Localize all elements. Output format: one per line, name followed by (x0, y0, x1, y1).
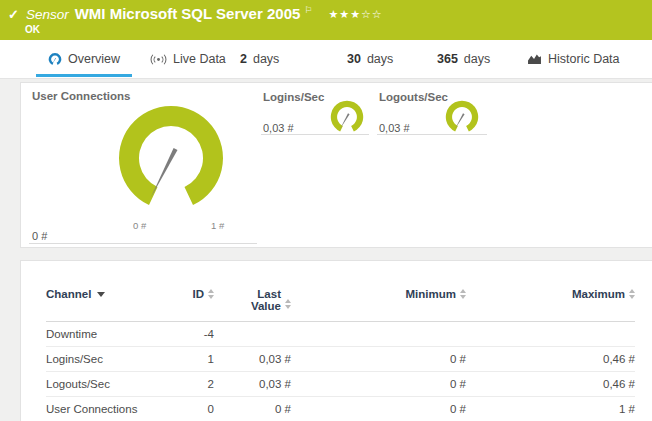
gauges-panel: User Connections 0 # 1 # 0 # Logins/Sec … (20, 82, 652, 248)
priority-stars[interactable]: ★★★☆☆ (328, 8, 382, 21)
tab-overview[interactable]: Overview (36, 40, 132, 78)
gauge-dial (444, 98, 480, 134)
cell-id: -4 (146, 328, 214, 340)
tab-2-days-number: 2 (240, 52, 247, 66)
sort-icon (460, 289, 466, 299)
sort-icon (629, 289, 635, 299)
stars-empty: ☆☆ (361, 8, 383, 20)
flag-icon[interactable]: ⚐ (304, 5, 312, 15)
gauge-current-value: 0,03 # (379, 122, 410, 134)
tab-overview-label: Overview (68, 52, 120, 66)
table-row-logins-sec[interactable]: Logins/Sec 1 0,03 # 0 # 0,46 # (46, 347, 635, 372)
cell-minimum: 0 # (291, 353, 466, 365)
column-header-id[interactable]: ID (146, 288, 214, 312)
cell-last-value: 0,03 # (214, 378, 291, 390)
cell-last-value: 0 # (214, 403, 291, 415)
gauge-icon (48, 52, 62, 66)
gauge-title: Logins/Sec (263, 91, 324, 103)
cell-maximum: 0,46 # (466, 378, 635, 390)
column-header-channel-label: Channel (46, 288, 91, 300)
column-header-maximum-label: Maximum (572, 288, 625, 300)
gauge-current-value: 0 # (32, 230, 47, 242)
sensor-status-bar: ✓ Sensor WMI Microsoft SQL Server 2005 ⚐… (0, 0, 652, 40)
channels-table-panel: Channel ID Last Value Minimum Maximum Do… (20, 260, 652, 421)
gauge-needle (340, 113, 350, 129)
gauge-current-value: 0,03 # (263, 122, 294, 134)
cell-channel: User Connections (46, 403, 146, 415)
live-signal-icon (150, 53, 167, 66)
column-header-maximum[interactable]: Maximum (466, 288, 635, 312)
table-row-logouts-sec[interactable]: Logouts/Sec 2 0,03 # 0 # 0,46 # (46, 372, 635, 397)
gauge-divider (377, 134, 487, 135)
cell-minimum: 0 # (291, 378, 466, 390)
cell-channel: Downtime (46, 328, 146, 340)
cell-last-value: 0,03 # (214, 353, 291, 365)
tab-historic-data-label: Historic Data (548, 52, 620, 66)
area-chart-icon (527, 53, 542, 65)
cell-id: 1 (146, 353, 214, 365)
sort-icon (285, 299, 291, 309)
column-header-minimum[interactable]: Minimum (291, 288, 466, 312)
gauge-dial (329, 98, 365, 134)
cell-id: 2 (146, 378, 214, 390)
tab-historic-data[interactable]: Historic Data (527, 40, 620, 78)
prtg-sensor-page: ✓ Sensor WMI Microsoft SQL Server 2005 ⚐… (0, 0, 652, 421)
cell-maximum: 0,46 # (466, 353, 635, 365)
sensor-kind-label: Sensor (26, 7, 69, 22)
sort-icon (208, 289, 214, 299)
tab-30-days-number: 30 (347, 52, 361, 66)
sensor-title: WMI Microsoft SQL Server 2005 (75, 5, 301, 22)
gauge-needle (455, 113, 465, 129)
column-header-minimum-label: Minimum (406, 288, 456, 300)
status-ok-check-icon: ✓ (8, 7, 19, 22)
column-header-last-value[interactable]: Last Value (214, 288, 291, 312)
gauge-dial (116, 101, 226, 213)
sensor-title-line: ✓ Sensor WMI Microsoft SQL Server 2005 ⚐… (8, 5, 383, 22)
table-row-downtime[interactable]: Downtime -4 (46, 322, 635, 347)
tab-live-data-label: Live Data (173, 52, 226, 66)
tab-2-days-label: days (253, 52, 279, 66)
gauge-divider (261, 134, 369, 135)
gauge-divider (29, 243, 257, 244)
tab-365-days-number: 365 (437, 52, 458, 66)
table-row-user-connections[interactable]: User Connections 0 0 # 0 # 1 # (46, 397, 635, 421)
tab-30-days-label: days (367, 52, 393, 66)
column-header-id-label: ID (193, 288, 205, 300)
cell-channel: Logouts/Sec (46, 378, 146, 390)
column-header-channel[interactable]: Channel (46, 288, 146, 312)
tab-365-days-label: days (464, 52, 490, 66)
stars-filled: ★★★ (328, 8, 361, 20)
tab-365-days[interactable]: 365 days (437, 40, 490, 78)
channels-table-header: Channel ID Last Value Minimum Maximum (46, 261, 635, 322)
cell-maximum: 1 # (466, 403, 635, 415)
tab-live-data[interactable]: Live Data (150, 40, 226, 78)
cell-minimum: 0 # (291, 403, 466, 415)
tab-bar: Overview Live Data 2 days 30 days 365 da… (0, 40, 652, 79)
tab-2-days[interactable]: 2 days (240, 40, 279, 78)
gauge-needle (151, 148, 178, 198)
gauge-scale-min: 0 # (133, 220, 146, 231)
column-header-last-value-label: Last Value (237, 288, 281, 312)
chevron-down-icon (97, 292, 105, 297)
sensor-status-text: OK (25, 24, 40, 35)
gauge-scale-max: 1 # (211, 220, 224, 231)
tab-30-days[interactable]: 30 days (347, 40, 393, 78)
cell-id: 0 (146, 403, 214, 415)
cell-channel: Logins/Sec (46, 353, 146, 365)
gauge-title: Logouts/Sec (379, 91, 448, 103)
